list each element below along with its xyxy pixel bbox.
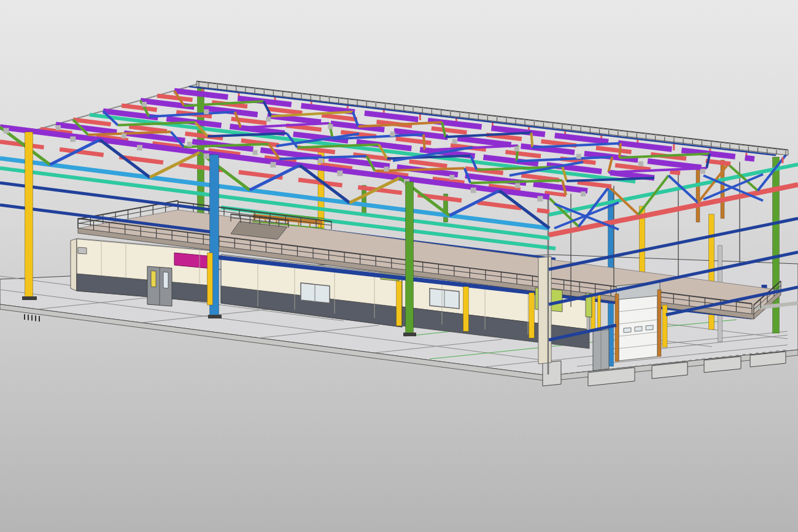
- roof-web-band-3-diag-11[interactable]: [567, 178, 654, 181]
- purlin-purple-1-seg-0[interactable]: [174, 91, 228, 97]
- purlin-purple-1-seg-6[interactable]: [555, 136, 608, 142]
- canopy-post-yellow-3[interactable]: [529, 293, 535, 338]
- wall-vent-left[interactable]: [78, 247, 87, 254]
- roof-web-band-2-diag-11[interactable]: [608, 168, 707, 172]
- front-beam-red-seg-9[interactable]: [537, 210, 549, 212]
- roof-beam-red-3-seg-6[interactable]: [409, 161, 447, 166]
- roof-beam-red-1-seg-2[interactable]: [267, 109, 303, 113]
- purlin-purple-1-seg-9[interactable]: [745, 158, 754, 159]
- overhead-door-window-3[interactable]: [646, 325, 653, 330]
- canopy-post-yellow-2[interactable]: [463, 287, 469, 331]
- roof-beam-red-1-seg-8[interactable]: [596, 148, 632, 152]
- bim-model-viewport[interactable]: [0, 0, 798, 532]
- roof-beam-red-2-seg-7[interactable]: [505, 152, 541, 156]
- roof-beam-red-2-seg-9[interactable]: [615, 165, 651, 169]
- roof-beam-red-1-seg-5[interactable]: [432, 128, 467, 133]
- bim-3d-viewport-canvas[interactable]: [0, 0, 798, 532]
- purlin-purple-1-seg-3[interactable]: [365, 113, 418, 119]
- roof-web-band-1-diag-10[interactable]: [619, 143, 621, 158]
- roof-beam-red-3-seg-8[interactable]: [521, 175, 559, 180]
- column-yellow-front-left-corner[interactable]: [25, 132, 33, 299]
- roof-beam-red-2-seg-5[interactable]: [396, 139, 432, 143]
- roof-beam-red-1-seg-10[interactable]: [706, 161, 730, 164]
- overhead-door-window-2[interactable]: [635, 326, 642, 331]
- building-left-end-cap[interactable]: [71, 239, 77, 291]
- column-yellow-plate-front[interactable]: [207, 253, 213, 305]
- roof-web-band-2-diag-6[interactable]: [424, 134, 425, 150]
- door-jamb-orange-right[interactable]: [657, 290, 661, 357]
- roof-web-band-1-diag-8[interactable]: [532, 133, 533, 147]
- wind-column-orange-1[interactable]: [696, 164, 700, 222]
- footing-corner[interactable]: [543, 361, 561, 386]
- overhead-door-window-1[interactable]: [624, 328, 631, 333]
- door-double-window-right[interactable]: [163, 272, 168, 288]
- roof-beam-red-2-seg-0[interactable]: [122, 106, 157, 110]
- canopy-post-yellow-1[interactable]: [397, 281, 402, 326]
- purlin-purple-2-seg-5[interactable]: [457, 139, 511, 145]
- roof-beam-red-3-seg-1[interactable]: [129, 126, 167, 131]
- door-double-window-left[interactable]: [151, 271, 156, 287]
- roof-beam-red-3-seg-9[interactable]: [578, 182, 611, 187]
- roof-beam-red-1-seg-3[interactable]: [322, 115, 357, 120]
- post-yellow-pair-b[interactable]: [598, 294, 601, 331]
- column-green-front[interactable]: [406, 182, 414, 335]
- roof-beam-red-1-seg-0[interactable]: [157, 96, 193, 100]
- purlin-purple-1-seg-7[interactable]: [618, 143, 672, 149]
- purlin-purple-4-seg-7[interactable]: [533, 184, 587, 191]
- door-jamb-orange-left[interactable]: [615, 294, 619, 361]
- roof-beam-red-2-seg-10[interactable]: [670, 172, 680, 173]
- roof-web-band-4-diag-9[interactable]: [470, 180, 562, 183]
- post-yellow-under-deck[interactable]: [662, 305, 667, 347]
- wall-end-cap-near-corner[interactable]: [538, 256, 551, 364]
- purlin-purple-2-seg-8[interactable]: [648, 161, 701, 168]
- front-truss-web-diag-5[interactable]: [250, 165, 300, 190]
